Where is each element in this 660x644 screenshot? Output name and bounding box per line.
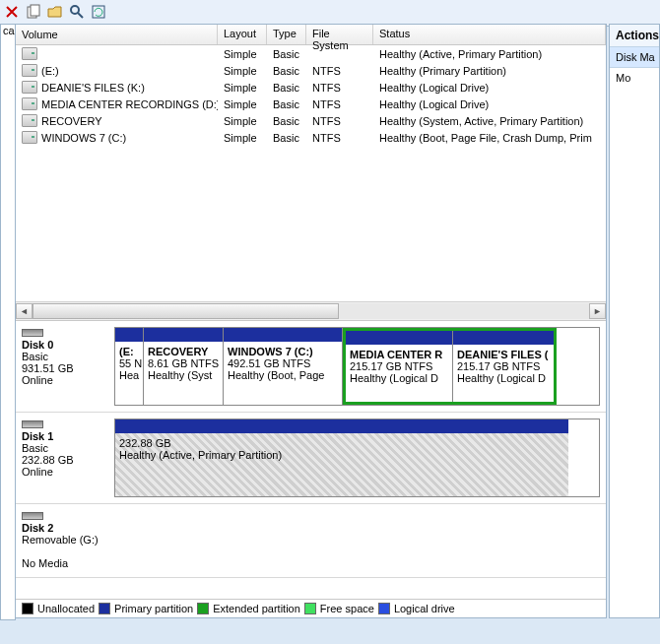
disk-info[interactable]: Disk 0Basic931.51 GBOnline (16, 321, 114, 412)
volume-list-hscroll[interactable]: ◄ ► (16, 301, 606, 320)
find-icon[interactable] (69, 4, 85, 22)
extended-partition: MEDIA CENTER R215.17 GB NTFSHealthy (Log… (343, 328, 557, 405)
partition-header (346, 331, 452, 345)
cell-fs: NTFS (306, 64, 373, 78)
properties-icon[interactable] (26, 4, 41, 22)
table-row[interactable]: SimpleBasicHealthy (Active, Primary Part… (16, 45, 606, 62)
col-status[interactable]: Status (373, 25, 606, 44)
refresh-icon[interactable] (91, 4, 106, 22)
partition-status: Healthy (Logical D (350, 372, 438, 384)
disk-info[interactable]: Disk 2Removable (G:)No Media (16, 504, 114, 577)
partition-header (144, 328, 223, 342)
cell-layout: Simple (218, 47, 267, 61)
legend-label: Extended partition (213, 603, 300, 614)
partition[interactable]: MEDIA CENTER R215.17 GB NTFSHealthy (Log… (346, 331, 453, 402)
partition-status: Healthy (Active, Primary Partition) (119, 449, 282, 461)
partition-title: MEDIA CENTER R (350, 349, 442, 360)
partition-title: DEANIE'S FILES ( (457, 349, 548, 360)
legend-label: Unallocated (37, 603, 95, 614)
toolbar (0, 0, 660, 27)
col-filesystem[interactable]: File System (306, 25, 373, 44)
scroll-thumb[interactable] (33, 303, 339, 319)
partition[interactable]: (E:55 NHea (115, 328, 144, 405)
cell-layout: Simple (218, 81, 267, 95)
disk-row: Disk 0Basic931.51 GBOnline(E:55 NHeaRECO… (16, 321, 606, 413)
disk-state: Online (22, 466, 53, 478)
svg-line-3 (78, 13, 83, 18)
partition-title: WINDOWS 7 (C:) (228, 346, 313, 357)
cell-type: Basic (267, 131, 306, 145)
actions-item[interactable]: Mo (610, 68, 659, 88)
cell-status: Healthy (Primary Partition) (373, 64, 606, 78)
partition-status: Healthy (Boot, Page (228, 369, 324, 381)
disk-icon (22, 329, 43, 337)
partition-size: 232.88 GB (119, 437, 171, 449)
cell-layout: Simple (218, 64, 267, 78)
actions-selected[interactable]: Disk Ma (610, 47, 659, 68)
partition[interactable]: 232.88 GBHealthy (Active, Primary Partit… (115, 419, 568, 496)
partition-status: Healthy (Logical D (457, 372, 546, 384)
disk-info[interactable]: Disk 1Basic232.88 GBOnline (16, 413, 114, 503)
open-icon[interactable] (47, 4, 63, 22)
cell-type: Basic (267, 81, 306, 95)
close-icon[interactable] (4, 4, 20, 22)
actions-title: Actions (610, 25, 659, 47)
cell-status: Healthy (Active, Primary Partition) (373, 47, 606, 61)
disk-label: Disk 1 (22, 430, 53, 442)
cell-status: Healthy (Logical Drive) (373, 81, 606, 95)
main-panel: Volume Layout Type File System Status Si… (15, 24, 607, 618)
partition-status: Healthy (Syst (148, 369, 212, 381)
legend-swatch-unallocated (22, 603, 33, 614)
col-volume[interactable]: Volume (16, 25, 218, 44)
disk-type: Basic (22, 351, 48, 362)
drive-icon (22, 97, 37, 110)
legend-swatch-free (304, 603, 316, 614)
cell-status: Healthy (Logical Drive) (373, 97, 606, 111)
cell-fs: NTFS (306, 131, 373, 145)
disk-row: Disk 2Removable (G:)No Media (16, 504, 606, 578)
disk-label: Disk 2 (22, 522, 53, 534)
table-row[interactable]: WINDOWS 7 (C:)SimpleBasicNTFSHealthy (Bo… (16, 129, 606, 146)
partition-size: 8.61 GB NTFS (148, 357, 219, 369)
scroll-left-icon[interactable]: ◄ (16, 303, 33, 319)
cell-status: Healthy (Boot, Page File, Crash Dump, Pr… (373, 131, 606, 145)
legend-label: Primary partition (114, 603, 193, 614)
cell-type: Basic (267, 97, 306, 111)
volume-name: (E:) (41, 65, 59, 77)
partition-title: RECOVERY (148, 346, 208, 357)
disk-type: Basic (22, 442, 48, 454)
cell-type: Basic (267, 114, 306, 128)
volume-list-header: Volume Layout Type File System Status (16, 25, 606, 45)
table-row[interactable]: RECOVERYSimpleBasicNTFSHealthy (System, … (16, 112, 606, 129)
partition-status: Hea (119, 369, 139, 381)
cell-layout: Simple (218, 97, 267, 111)
partition-header (115, 328, 143, 342)
disk-layout: Disk 0Basic931.51 GBOnline(E:55 NHeaRECO… (16, 320, 606, 599)
partition-size: 492.51 GB NTFS (228, 357, 310, 369)
table-row[interactable]: (E:)SimpleBasicNTFSHealthy (Primary Part… (16, 62, 606, 79)
volume-list: Volume Layout Type File System Status Si… (16, 25, 606, 301)
actions-panel: Actions Disk Ma Mo (609, 24, 660, 618)
legend-label: Logical drive (394, 603, 455, 614)
cell-layout: Simple (218, 114, 267, 128)
partition-size: 215.17 GB NTFS (457, 360, 540, 372)
drive-icon (22, 64, 37, 77)
drive-icon (22, 131, 37, 144)
cell-fs: NTFS (306, 114, 373, 128)
partition-header (115, 419, 568, 433)
partition[interactable]: RECOVERY8.61 GB NTFSHealthy (Syst (144, 328, 224, 405)
table-row[interactable]: MEDIA CENTER RECORDINGS (D:)SimpleBasicN… (16, 96, 606, 112)
left-nav-tab[interactable]: cal (0, 24, 16, 620)
drive-icon (22, 114, 37, 127)
legend-label: Free space (320, 603, 374, 614)
partition[interactable]: DEANIE'S FILES (215.17 GB NTFSHealthy (L… (453, 331, 554, 402)
cell-layout: Simple (218, 131, 267, 145)
table-row[interactable]: DEANIE'S FILES (K:)SimpleBasicNTFSHealth… (16, 79, 606, 96)
col-type[interactable]: Type (267, 25, 306, 44)
partition-header (453, 331, 554, 345)
partition-size: 55 N (119, 357, 142, 369)
col-layout[interactable]: Layout (218, 25, 267, 44)
scroll-track[interactable] (33, 303, 589, 319)
partition[interactable]: WINDOWS 7 (C:)492.51 GB NTFSHealthy (Boo… (224, 328, 343, 405)
scroll-right-icon[interactable]: ► (589, 303, 606, 319)
